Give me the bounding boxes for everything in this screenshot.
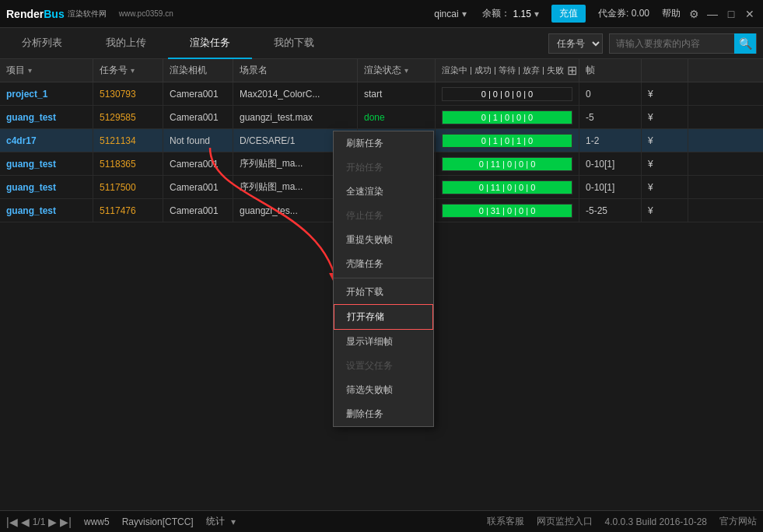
context-menu-item[interactable]: 重提失败帧 bbox=[334, 228, 433, 252]
logo-cn: 渲染软件网 bbox=[68, 9, 107, 19]
pagination: |◀ ◀ 1/1 ▶ ▶| bbox=[6, 516, 72, 528]
cell-frame: -5 bbox=[579, 106, 642, 129]
cell-progress: 0 | 1 | 0 | 1 | 0 bbox=[436, 129, 579, 152]
cell-project: guang_test bbox=[0, 176, 93, 199]
cell-status: done bbox=[358, 106, 436, 129]
close-button[interactable]: ✕ bbox=[743, 7, 757, 21]
context-menu-item[interactable]: 删除任务 bbox=[334, 402, 433, 426]
tab-render-tasks[interactable]: 渲染任务 bbox=[168, 28, 252, 59]
context-menu-item[interactable]: 打开存储 bbox=[334, 304, 433, 330]
cell-camera: Camera001 bbox=[163, 176, 233, 199]
cell-project: guang_test bbox=[0, 199, 93, 222]
cell-taskno: 5117500 bbox=[93, 176, 163, 199]
context-menu-item: 开始任务 bbox=[334, 156, 433, 180]
maximize-button[interactable]: □ bbox=[724, 7, 738, 21]
tab-analysis-list[interactable]: 分析列表 bbox=[0, 28, 84, 59]
th-frame: 帧 bbox=[579, 59, 642, 82]
last-page-button[interactable]: ▶| bbox=[60, 516, 72, 528]
th-scene: 场景名 bbox=[233, 59, 358, 82]
cell-status: start bbox=[358, 82, 436, 106]
balance-value: 1.15 bbox=[513, 9, 531, 19]
link-rayvision[interactable]: Rayvision[CTCC] bbox=[122, 516, 194, 527]
table-header: 项目 ▾ 任务号 ▾ 渲染相机 场景名 渲染状态 ▾ 渲染中 | 成功 | 等待… bbox=[0, 59, 763, 82]
cell-project: guang_test bbox=[0, 106, 93, 129]
sort-project-icon[interactable]: ▾ bbox=[28, 66, 32, 75]
context-menu: 刷新任务开始任务全速渲染停止任务重提失败帧壳隆任务开始下载打开存储显示详细帧设置… bbox=[333, 131, 434, 427]
cell-frame: 1-2 bbox=[579, 129, 642, 152]
cell-progress: 0 | 11 | 0 | 0 | 0 bbox=[436, 176, 579, 199]
th-status: 渲染状态 ▾ bbox=[358, 59, 436, 82]
balance-dropdown-icon[interactable]: ▾ bbox=[534, 9, 539, 19]
search-input[interactable] bbox=[610, 38, 734, 49]
tab-my-downloads[interactable]: 我的下载 bbox=[252, 28, 336, 59]
cell-camera: Camera001 bbox=[163, 199, 233, 222]
sort-status-icon[interactable]: ▾ bbox=[404, 66, 408, 75]
cell-extra: ¥ bbox=[642, 176, 688, 199]
th-extra bbox=[642, 59, 688, 82]
add-column-icon[interactable]: ⊞ bbox=[567, 61, 577, 80]
cell-project: project_1 bbox=[0, 82, 93, 106]
cell-camera: Camera001 bbox=[163, 82, 233, 106]
status-bar: |◀ ◀ 1/1 ▶ ▶| www5 Rayvision[CTCC] 统计 ▾ … bbox=[0, 510, 763, 532]
context-menu-item[interactable]: 开始下载 bbox=[334, 280, 433, 304]
official-site-link[interactable]: 官方网站 bbox=[719, 515, 757, 528]
logo-render: Render bbox=[6, 8, 44, 20]
context-menu-item[interactable]: 刷新任务 bbox=[334, 131, 433, 156]
link-stats[interactable]: 统计 bbox=[206, 515, 225, 528]
next-page-button[interactable]: ▶ bbox=[48, 516, 57, 528]
context-menu-item[interactable]: 筛选失败帧 bbox=[334, 378, 433, 402]
nav-bar: 分析列表 我的上传 渲染任务 我的下载 任务号 🔍 bbox=[0, 28, 763, 59]
search-box: 🔍 bbox=[609, 33, 757, 54]
user-dropdown-icon[interactable]: ▾ bbox=[462, 9, 467, 19]
cell-extra: ¥ bbox=[642, 199, 688, 222]
first-page-button[interactable]: |◀ bbox=[6, 516, 18, 528]
recharge-button[interactable]: 充值 bbox=[551, 5, 586, 23]
title-bar: RenderBus 渲染软件网 www.pc0359.cn qincai ▾ 余… bbox=[0, 0, 763, 28]
cell-frame: 0 bbox=[579, 82, 642, 106]
logo-bus: Bus bbox=[44, 8, 64, 20]
prev-page-button[interactable]: ◀ bbox=[21, 516, 30, 528]
cell-taskno: 5130793 bbox=[93, 82, 163, 106]
cell-extra: ¥ bbox=[642, 152, 688, 176]
cell-frame: -5-25 bbox=[579, 199, 642, 222]
cell-camera: Not found bbox=[163, 129, 233, 152]
cell-frame: 0-10[1] bbox=[579, 176, 642, 199]
cell-taskno: 5118365 bbox=[93, 152, 163, 176]
cell-scene: Max2014_ColorC... bbox=[233, 82, 358, 106]
cell-extra: ¥ bbox=[642, 82, 688, 106]
customer-service-link[interactable]: 联系客服 bbox=[487, 515, 524, 528]
task-filter-select[interactable]: 任务号 bbox=[548, 33, 603, 54]
settings-button[interactable]: ⚙ bbox=[687, 7, 701, 21]
watermark: www.pc0359.cn bbox=[119, 9, 173, 18]
balance-label: 余额： bbox=[482, 7, 510, 20]
tab-my-uploads[interactable]: 我的上传 bbox=[84, 28, 168, 59]
context-menu-item[interactable]: 显示详细帧 bbox=[334, 330, 433, 354]
th-camera: 渲染相机 bbox=[163, 59, 233, 82]
search-button[interactable]: 🔍 bbox=[734, 33, 756, 54]
cell-progress: 0 | 31 | 0 | 0 | 0 bbox=[436, 199, 579, 222]
cell-frame: 0-10[1] bbox=[579, 152, 642, 176]
table-row[interactable]: guang_test 5129585 Camera001 guangzi_tes… bbox=[0, 106, 763, 129]
cell-extra: ¥ bbox=[642, 129, 688, 152]
cell-project: guang_test bbox=[0, 152, 93, 176]
cell-taskno: 5129585 bbox=[93, 106, 163, 129]
context-menu-item[interactable]: 全速渲染 bbox=[334, 180, 433, 204]
window-controls: ⚙ — □ ✕ bbox=[687, 7, 757, 21]
help-link[interactable]: 帮助 bbox=[662, 7, 681, 20]
balance-display: 余额： 1.15 ▾ bbox=[482, 7, 539, 20]
context-menu-item: 停止任务 bbox=[334, 204, 433, 228]
cell-taskno: 5117476 bbox=[93, 199, 163, 222]
status-right: 联系客服 网页监控入口 4.0.0.3 Build 2016-10-28 官方网… bbox=[487, 515, 757, 528]
monitor-link[interactable]: 网页监控入口 bbox=[537, 515, 593, 528]
link-www5[interactable]: www5 bbox=[84, 516, 110, 527]
context-menu-item[interactable]: 壳隆任务 bbox=[334, 252, 433, 276]
cell-progress: 0 | 0 | 0 | 0 | 0 bbox=[436, 82, 579, 106]
stats-dropdown-icon[interactable]: ▾ bbox=[231, 516, 236, 527]
sort-taskno-icon[interactable]: ▾ bbox=[131, 66, 135, 75]
cell-taskno: 5121134 bbox=[93, 129, 163, 152]
cell-camera: Camera001 bbox=[163, 152, 233, 176]
table-row[interactable]: project_1 5130793 Camera001 Max2014_Colo… bbox=[0, 82, 763, 106]
cell-scene: guangzi_test.max bbox=[233, 106, 358, 129]
version-info: 4.0.0.3 Build 2016-10-28 bbox=[605, 516, 707, 527]
minimize-button[interactable]: — bbox=[705, 7, 719, 21]
